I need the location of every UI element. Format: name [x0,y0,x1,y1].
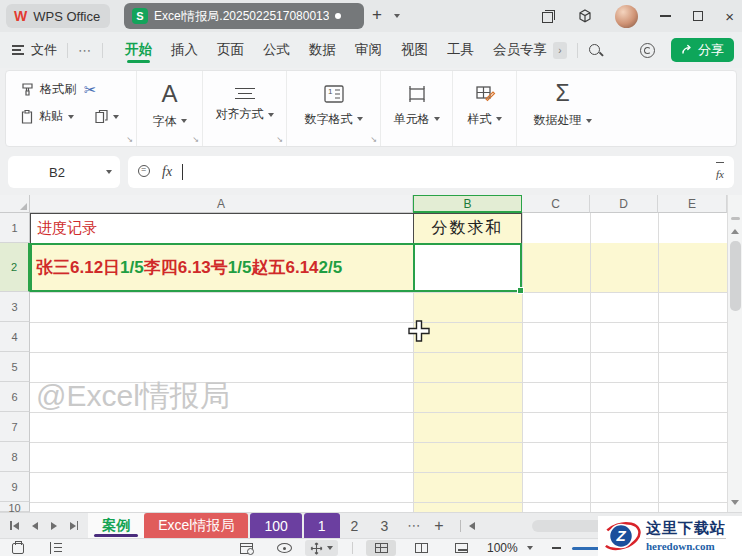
zoom-level[interactable]: 100% [487,541,518,555]
column-header-c[interactable]: C [522,195,590,213]
row-header-4[interactable]: 4 [0,322,30,352]
sheet-tab-excel-intel[interactable]: Excel情报局 [144,513,248,538]
zoom-out-button[interactable] [552,547,561,549]
divider [352,542,353,554]
insert-function-icon[interactable] [138,165,152,179]
data-tools-group[interactable]: Σ 数据处理 [516,71,608,146]
document-tab[interactable]: S Excel情报局.2025022517080013 [124,3,364,29]
row-header-3[interactable]: 3 [0,292,30,322]
column-header-d[interactable]: D [590,195,658,213]
first-sheet-button[interactable] [10,521,19,530]
wps-home-button[interactable]: W WPS Office [6,4,110,28]
dialog-launcher-icon[interactable]: ↘ [276,135,283,144]
number-format-group[interactable]: 1 数字格式 ↘ [286,71,380,146]
row-header-10[interactable]: 10 [0,502,30,512]
eye-icon[interactable] [277,543,292,553]
fill-handle[interactable] [517,287,524,294]
dialog-launcher-icon[interactable]: ↘ [126,135,133,144]
styles-group[interactable]: 样式 [452,71,516,146]
tab-page[interactable]: 页面 [217,35,244,65]
alignment-group[interactable]: 对齐方式 ↘ [202,71,286,146]
tab-tools[interactable]: 工具 [447,35,474,65]
scroll-up-icon[interactable] [731,229,739,234]
tab-view[interactable]: 视图 [401,35,428,65]
row-header-7[interactable]: 7 [0,412,30,442]
page-layout-view-button[interactable] [406,540,436,556]
last-sheet-button[interactable] [70,521,79,530]
scroll-down-icon[interactable] [731,500,739,505]
dialog-launcher-icon[interactable]: ↘ [370,135,377,144]
sheet-tab-1[interactable]: 1 [304,513,340,538]
styles-label: 样式 [468,111,492,128]
previous-sheet-button[interactable] [32,522,38,530]
tab-insert[interactable]: 插入 [171,35,198,65]
dialog-launcher-icon[interactable]: ↘ [192,135,199,144]
row-header-8[interactable]: 8 [0,442,30,472]
menu-file[interactable]: 文件 [31,41,57,59]
name-box-chevron-icon[interactable] [106,170,112,174]
font-group[interactable]: A 字体 ↘ [136,71,202,146]
sheet-list-button[interactable]: ⋯ [407,513,420,538]
tab-home[interactable]: 开始 [125,35,152,65]
split-handle[interactable] [460,520,461,532]
select-all-corner[interactable] [0,195,30,213]
close-button[interactable]: × [725,9,734,24]
share-arrow-icon [681,44,693,56]
sheet-tab-case[interactable]: 案例 [88,513,144,538]
column-header-a[interactable]: A [30,195,413,213]
row-header-1[interactable]: 1 [0,213,30,243]
cells-group[interactable]: 单元格 [380,71,452,146]
scroll-left-icon[interactable] [469,522,475,530]
paste-button[interactable]: 粘贴 [20,108,74,125]
efficiency-ring-icon[interactable] [640,43,655,58]
add-sheet-button[interactable]: + [434,513,443,538]
row-header-5[interactable]: 5 [0,352,30,382]
page-break-view-button[interactable] [446,540,476,556]
tab-formulas[interactable]: 公式 [263,35,290,65]
formula-input[interactable]: fx fx [128,156,734,188]
hamburger-icon[interactable] [12,45,24,54]
maximize-button[interactable] [693,11,703,21]
minimize-button[interactable] [660,15,671,17]
name-box[interactable]: B2 [8,156,120,188]
sheet-tab-100[interactable]: 100 [250,513,301,538]
sheet-tab-2[interactable]: 2 [340,513,370,538]
search-icon[interactable] [588,43,603,58]
copy-button[interactable] [94,109,119,124]
normal-view-button[interactable] [366,540,396,556]
row-header-2[interactable]: 2 [0,243,30,292]
zoom-dropdown-chevron[interactable] [527,546,533,550]
cut-scissors-icon[interactable]: ✂ [84,82,97,97]
more-menu-button[interactable]: ⋯ [78,43,92,58]
next-sheet-button[interactable] [51,522,57,530]
pan-mode-button[interactable] [305,540,338,556]
fx-icon[interactable]: fx [162,164,172,180]
share-button[interactable]: 分享 [671,38,734,62]
cell-b2-active[interactable] [413,243,522,292]
table-settings-icon[interactable] [240,543,253,554]
sheet-tab-3[interactable]: 3 [369,513,399,538]
number-format-icon: 1 [323,84,345,104]
column-header-b[interactable]: B [413,195,522,213]
cell-a1[interactable]: 进度记录 [37,213,407,243]
cell-b1[interactable]: 分数求和 [413,213,522,243]
menu-overflow-chevron[interactable]: › [553,42,567,59]
tab-data[interactable]: 数据 [309,35,336,65]
user-avatar[interactable] [615,5,638,28]
tab-review[interactable]: 审阅 [355,35,382,65]
workspace-cube-icon[interactable] [577,8,593,24]
tab-member[interactable]: 会员专享 [493,35,547,65]
window-layout-icon[interactable] [542,10,555,23]
column-header-e[interactable]: E [658,195,727,213]
tab-list-chevron-icon[interactable] [394,14,400,18]
row-header-6[interactable]: 6 [0,382,30,412]
split-handle[interactable] [731,217,740,220]
function-pane-icon[interactable]: fx [716,162,724,182]
new-tab-button[interactable]: + [372,5,382,25]
vertical-scroll-thumb[interactable] [730,241,741,311]
row-header-9[interactable]: 9 [0,472,30,502]
record-macro-icon[interactable] [12,543,24,554]
format-painter-button[interactable]: 格式刷 [20,81,76,98]
document-outline-icon[interactable] [50,542,62,554]
vertical-scrollbar[interactable] [727,195,742,512]
